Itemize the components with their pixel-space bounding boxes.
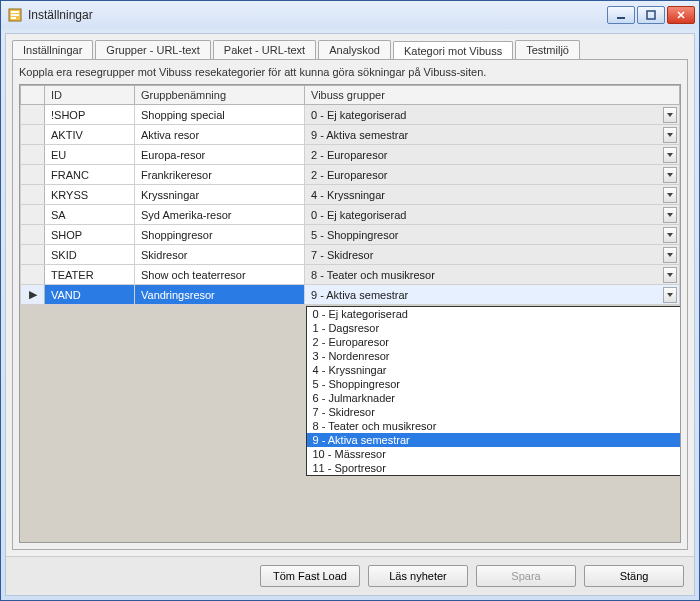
cell-id[interactable]: VAND	[45, 285, 135, 305]
cell-name[interactable]: Skidresor	[135, 245, 305, 265]
cell-id[interactable]: SKID	[45, 245, 135, 265]
row-header[interactable]	[21, 165, 45, 185]
chevron-down-icon[interactable]	[663, 287, 677, 303]
tab-grupper-url-text[interactable]: Grupper - URL-text	[95, 40, 211, 59]
dropdown-option[interactable]: 6 - Julmarknader	[307, 391, 680, 405]
cell-name[interactable]: Europa-resor	[135, 145, 305, 165]
cell-name[interactable]: Shopping special	[135, 105, 305, 125]
cell-vibuss-combo[interactable]: 2 - Europaresor	[305, 165, 680, 185]
table-row[interactable]: KRYSSKryssningar4 - Kryssningar	[21, 185, 680, 205]
table-row[interactable]: EUEuropa-resor2 - Europaresor	[21, 145, 680, 165]
cell-id[interactable]: !SHOP	[45, 105, 135, 125]
cell-vibuss-combo[interactable]: 9 - Aktiva semestrar	[305, 285, 680, 305]
combo-value: 7 - Skidresor	[311, 249, 373, 261]
cell-id[interactable]: KRYSS	[45, 185, 135, 205]
table-row[interactable]: AKTIVAktiva resor9 - Aktiva semestrar	[21, 125, 680, 145]
row-header[interactable]	[21, 125, 45, 145]
close-button[interactable]	[667, 6, 695, 24]
read-news-button[interactable]: Läs nyheter	[368, 565, 468, 587]
cell-id[interactable]: TEATER	[45, 265, 135, 285]
row-header[interactable]	[21, 105, 45, 125]
svg-marker-15	[667, 253, 673, 257]
dropdown-option[interactable]: 1 - Dagsresor	[307, 321, 680, 335]
tab-kategori-mot-vibuss[interactable]: Kategori mot Vibuss	[393, 41, 513, 60]
dropdown-option[interactable]: 7 - Skidresor	[307, 405, 680, 419]
cell-name[interactable]: Kryssningar	[135, 185, 305, 205]
chevron-down-icon[interactable]	[663, 167, 677, 183]
cell-name[interactable]: Shoppingresor	[135, 225, 305, 245]
dropdown-option[interactable]: 0 - Ej kategoriserad	[307, 307, 680, 321]
cell-vibuss-combo[interactable]: 5 - Shoppingresor	[305, 225, 680, 245]
row-header[interactable]	[21, 205, 45, 225]
cell-vibuss-combo[interactable]: 8 - Teater och musikresor	[305, 265, 680, 285]
cell-vibuss-combo[interactable]: 0 - Ej kategoriserad	[305, 205, 680, 225]
col-name[interactable]: Gruppbenämning	[135, 86, 305, 105]
cell-id[interactable]: AKTIV	[45, 125, 135, 145]
tab-installningar[interactable]: Inställningar	[12, 40, 93, 59]
tab-analyskod[interactable]: Analyskod	[318, 40, 391, 59]
cell-name[interactable]: Syd Amerika-resor	[135, 205, 305, 225]
svg-marker-8	[667, 113, 673, 117]
cell-vibuss-combo[interactable]: 9 - Aktiva semestrar	[305, 125, 680, 145]
table-row[interactable]: FRANCFrankrikeresor2 - Europaresor	[21, 165, 680, 185]
chevron-down-icon[interactable]	[663, 247, 677, 263]
dropdown-option[interactable]: 5 - Shoppingresor	[307, 377, 680, 391]
dropdown-option[interactable]: 2 - Europaresor	[307, 335, 680, 349]
tab-testmiljo[interactable]: Testmiljö	[515, 40, 580, 59]
cell-id[interactable]: SHOP	[45, 225, 135, 245]
cell-vibuss-combo[interactable]: 0 - Ej kategoriserad	[305, 105, 680, 125]
table-row[interactable]: SKIDSkidresor7 - Skidresor	[21, 245, 680, 265]
cell-name[interactable]: Vandringsresor	[135, 285, 305, 305]
row-header[interactable]	[21, 245, 45, 265]
col-rowheader[interactable]	[21, 86, 45, 105]
row-header[interactable]	[21, 145, 45, 165]
combo-value: 2 - Europaresor	[311, 169, 387, 181]
dropdown-option[interactable]: 9 - Aktiva semestrar	[307, 433, 680, 447]
cell-vibuss-combo[interactable]: 4 - Kryssningar	[305, 185, 680, 205]
dropdown-option[interactable]: 3 - Nordenresor	[307, 349, 680, 363]
minimize-button[interactable]	[607, 6, 635, 24]
table-row[interactable]: TEATERShow och teaterresor8 - Teater och…	[21, 265, 680, 285]
chevron-down-icon[interactable]	[663, 207, 677, 223]
clear-fast-load-button[interactable]: Töm Fast Load	[260, 565, 360, 587]
cell-vibuss-combo[interactable]: 2 - Europaresor	[305, 145, 680, 165]
col-vibuss[interactable]: Vibuss grupper	[305, 86, 680, 105]
settings-window: Inställningar Inställningar Grupper - UR…	[0, 0, 700, 601]
row-header[interactable]	[21, 225, 45, 245]
tab-paket-url-text[interactable]: Paket - URL-text	[213, 40, 316, 59]
table-row[interactable]: ▶VANDVandringsresor9 - Aktiva semestrar	[21, 285, 680, 305]
table-row[interactable]: SHOPShoppingresor5 - Shoppingresor	[21, 225, 680, 245]
dropdown-option[interactable]: 8 - Teater och musikresor	[307, 419, 680, 433]
svg-rect-4	[617, 17, 625, 19]
cell-name[interactable]: Frankrikeresor	[135, 165, 305, 185]
col-id[interactable]: ID	[45, 86, 135, 105]
dropdown-option[interactable]: 4 - Kryssningar	[307, 363, 680, 377]
cell-id[interactable]: EU	[45, 145, 135, 165]
chevron-down-icon[interactable]	[663, 127, 677, 143]
vibuss-dropdown[interactable]: 0 - Ej kategoriserad1 - Dagsresor2 - Eur…	[306, 306, 681, 476]
cell-name[interactable]: Show och teaterresor	[135, 265, 305, 285]
chevron-down-icon[interactable]	[663, 107, 677, 123]
footer: Töm Fast Load Läs nyheter Spara Stäng	[6, 556, 694, 595]
chevron-down-icon[interactable]	[663, 267, 677, 283]
cell-id[interactable]: FRANC	[45, 165, 135, 185]
cell-vibuss-combo[interactable]: 7 - Skidresor	[305, 245, 680, 265]
chevron-down-icon[interactable]	[663, 187, 677, 203]
combo-value: 4 - Kryssningar	[311, 189, 385, 201]
chevron-down-icon[interactable]	[663, 227, 677, 243]
dropdown-option[interactable]: 11 - Sportresor	[307, 461, 680, 475]
svg-marker-10	[667, 153, 673, 157]
dropdown-option[interactable]: 10 - Mässresor	[307, 447, 680, 461]
cell-id[interactable]: SA	[45, 205, 135, 225]
table-row[interactable]: !SHOPShopping special0 - Ej kategorisera…	[21, 105, 680, 125]
row-header[interactable]	[21, 185, 45, 205]
maximize-button[interactable]	[637, 6, 665, 24]
cell-name[interactable]: Aktiva resor	[135, 125, 305, 145]
close-dialog-button[interactable]: Stäng	[584, 565, 684, 587]
window-buttons	[607, 6, 695, 24]
row-header[interactable]: ▶	[21, 285, 45, 305]
row-header[interactable]	[21, 265, 45, 285]
chevron-down-icon[interactable]	[663, 147, 677, 163]
table-row[interactable]: SASyd Amerika-resor0 - Ej kategoriserad	[21, 205, 680, 225]
app-icon	[7, 7, 23, 23]
